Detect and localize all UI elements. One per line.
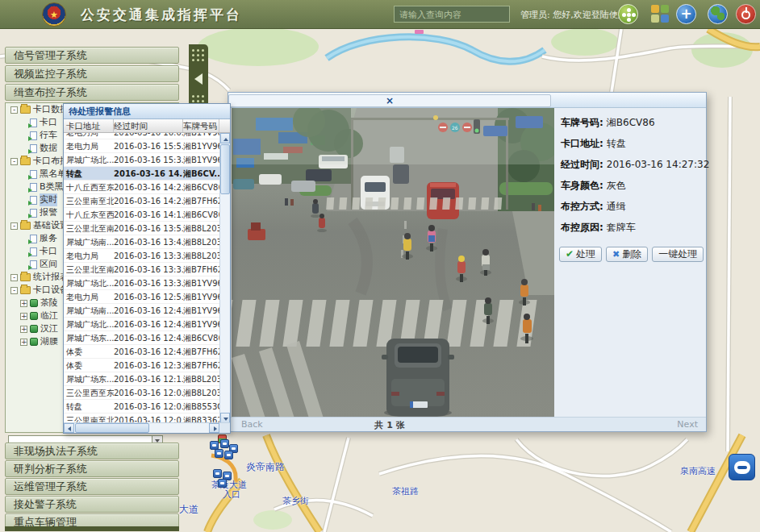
alarm-detail-panel: 车牌号码:湘B6CV86卡口地址:转盘经过时间:2016-03-16 14:27… xyxy=(554,108,708,418)
power-icon[interactable] xyxy=(736,4,756,24)
add-icon[interactable]: + xyxy=(676,4,696,24)
sidebar-item-checkpoint-control[interactable]: 缉查布控子系统 xyxy=(5,84,179,101)
alarm-row[interactable]: 转盘2016-03-16 12:0...湘B8553G xyxy=(64,400,219,414)
alarm-row[interactable]: 犀城广场北...2016-03-16 12:4...湘B1YV96 xyxy=(64,318,219,331)
alarm-row-plate: 湘B1YV96 xyxy=(183,304,219,317)
tree-expand-icon[interactable]: + xyxy=(20,313,27,320)
process-button[interactable]: ✔ 处理 xyxy=(559,247,602,262)
alarm-row[interactable]: 三公里北至南2016-03-16 13:3...湘B7FH62 xyxy=(64,263,219,276)
tree-collapse-icon[interactable]: - xyxy=(10,158,18,165)
eco-icon[interactable] xyxy=(618,4,638,24)
sidebar-item-signal-mgmt[interactable]: 信号管理子系统 xyxy=(5,47,179,64)
sidebar-item-analysis[interactable]: 研判分析子系统 xyxy=(5,460,179,477)
scroll-left-icon[interactable] xyxy=(64,423,74,433)
tree-item-label: 茶陵 xyxy=(40,297,58,310)
alarm-row[interactable]: 老电力局2016-03-16 13:3...湘B8L203 xyxy=(64,249,219,263)
alarm-row-address: 三公里北至南 xyxy=(64,263,114,276)
alarm-row-address: 老电力局 xyxy=(64,133,114,139)
scroll-right-icon[interactable] xyxy=(209,423,219,433)
batch-process-button-label: 一键处理 xyxy=(658,247,697,261)
search-input[interactable] xyxy=(394,6,510,23)
alarm-row-plate: 湘B7FH62 xyxy=(183,359,219,372)
alarm-row-address: 三公里西至东 xyxy=(64,386,114,399)
next-button[interactable]: Next xyxy=(677,419,698,430)
detail-value: 湘B6CV86 xyxy=(607,117,655,128)
globe-icon[interactable] xyxy=(708,4,728,24)
alarm-action-buttons: ✔ 处理 ✖ 删除 一键处理 xyxy=(559,247,704,262)
close-icon[interactable]: × xyxy=(228,94,551,107)
tree-collapse-icon[interactable]: - xyxy=(10,222,18,230)
remote-desktop-tray-icon[interactable] xyxy=(729,454,755,480)
sidebar-item-offsite-enforcement[interactable]: 非现场执法子系统 xyxy=(5,443,179,459)
alarm-row[interactable]: 犀城广场南...2016-03-16 13:4...湘B8L203 xyxy=(64,235,219,249)
sidebar-item-video-monitor[interactable]: 视频监控子系统 xyxy=(5,65,179,82)
map-marker[interactable] xyxy=(224,451,233,459)
tree-expand-icon[interactable]: + xyxy=(20,326,27,333)
map-marker[interactable] xyxy=(220,439,229,448)
alarm-row-plate: 湘B1YV96 xyxy=(183,276,219,289)
collapse-arrow-icon[interactable] xyxy=(194,73,203,85)
leaf-page-icon xyxy=(30,209,37,218)
folder-icon xyxy=(20,273,31,281)
alarm-row[interactable]: 十八丘西至东2016-03-16 14:2...湘B6CV86 xyxy=(64,181,219,194)
map-marker[interactable] xyxy=(213,469,222,478)
alarm-row[interactable]: 老电力局2016-03-16 12:5...湘B1YV96 xyxy=(64,290,219,304)
alarm-row-address: 老电力局 xyxy=(64,249,114,262)
alarm-row[interactable]: 三公里南至北2016-03-16 14:2...湘B7FH62 xyxy=(64,194,219,208)
alarm-row-address: 犀城广场北... xyxy=(64,318,114,330)
leaf-page-icon xyxy=(30,183,37,192)
device-icon xyxy=(30,325,38,333)
horizontal-scroll-thumb[interactable] xyxy=(75,423,149,433)
sidebar-item-dispatch[interactable]: 接处警子系统 xyxy=(5,496,179,513)
apps-grid-icon[interactable] xyxy=(650,4,670,24)
detail-label: 车身颜色: xyxy=(561,180,603,191)
alarm-row[interactable]: 十八丘东至西2016-03-16 14:1...湘B6CV86 xyxy=(64,208,219,222)
alarm-row[interactable]: 犀城广场北...2016-03-16 15:3...湘B1YV96 xyxy=(64,153,219,167)
tree-item-label: 临江 xyxy=(40,310,58,322)
column-header-plate[interactable]: 车牌号码 xyxy=(183,119,219,132)
alarm-row[interactable]: 三公里西至东2016-03-16 12:0...湘B8L203 xyxy=(64,386,219,400)
map-road-label: 大道 xyxy=(179,503,198,517)
tree-collapse-icon[interactable]: - xyxy=(10,274,18,281)
alarm-row[interactable]: 犀城广场东...2016-03-16 12:1...湘B8L203 xyxy=(64,372,219,386)
alarm-row[interactable]: 犀城广场东...2016-03-16 12:4...湘B6CV86 xyxy=(64,331,219,345)
alarm-row[interactable]: 转盘2016-03-16 14...湘B6CV... xyxy=(64,167,219,181)
delete-button-label: 删除 xyxy=(622,247,641,261)
map-marker[interactable] xyxy=(215,449,223,458)
alarm-row[interactable]: 三公里北至南2016-03-16 13:5...湘B8L203 xyxy=(64,222,219,235)
alarm-row-plate: 湘B8L203 xyxy=(183,222,219,235)
vertical-scrollbar[interactable] xyxy=(219,133,230,423)
tree-collapse-icon[interactable]: - xyxy=(10,106,18,114)
scroll-up-icon[interactable] xyxy=(220,133,230,143)
detail-label: 车牌号码: xyxy=(561,117,603,128)
batch-process-button[interactable]: 一键处理 xyxy=(652,247,704,262)
column-header-time[interactable]: 经过时间 xyxy=(114,119,183,132)
dialog-titlebar[interactable]: 卡口报警实时监控 × xyxy=(228,93,706,108)
alarm-row[interactable]: 犀城广场南...2016-03-16 12:4...湘B1YV96 xyxy=(64,304,219,318)
alarm-row[interactable]: 老电力局2016-03-16 16:0...湘B1YV96 xyxy=(64,133,219,139)
alarm-row-address: 体委 xyxy=(64,345,114,358)
folder-icon xyxy=(20,286,31,294)
map-marker[interactable] xyxy=(218,479,227,488)
alarm-row[interactable]: 体委2016-03-16 12:3...湘B7FH62 xyxy=(64,359,219,372)
alarm-row[interactable]: 体委2016-03-16 12:4...湘B7FH62 xyxy=(64,345,219,359)
delete-button[interactable]: ✖ 删除 xyxy=(606,247,648,262)
tree-expand-icon[interactable]: + xyxy=(20,339,27,346)
folder-icon xyxy=(20,157,31,165)
alarm-row-address: 犀城广场北... xyxy=(64,153,114,166)
tree-item-label: 报警 xyxy=(40,206,57,219)
tree-collapse-icon[interactable]: - xyxy=(10,287,18,294)
horizontal-scrollbar[interactable] xyxy=(64,422,230,433)
pending-alarm-panel-title[interactable]: 待处理报警信息 xyxy=(64,104,230,119)
alarm-row-address: 犀城广场南... xyxy=(64,304,114,317)
alarm-row-plate: 湘B8553G xyxy=(183,400,219,413)
folder-icon xyxy=(20,106,31,114)
alarm-row-address: 三公里北至南 xyxy=(64,222,114,235)
alarm-row[interactable]: 老电力局2016-03-16 15:5...湘B1YV96 xyxy=(64,139,219,153)
alarm-row-address: 老电力局 xyxy=(64,290,114,303)
tree-expand-icon[interactable]: + xyxy=(20,300,27,307)
vertical-scroll-thumb[interactable] xyxy=(220,144,230,194)
column-header-address[interactable]: 卡口地址 xyxy=(64,119,114,132)
alarm-row[interactable]: 犀城广场北...2016-03-16 13:3...湘B1YV96 xyxy=(64,276,219,290)
sidebar-item-ops-mgmt[interactable]: 运维管理子系统 xyxy=(5,478,179,495)
